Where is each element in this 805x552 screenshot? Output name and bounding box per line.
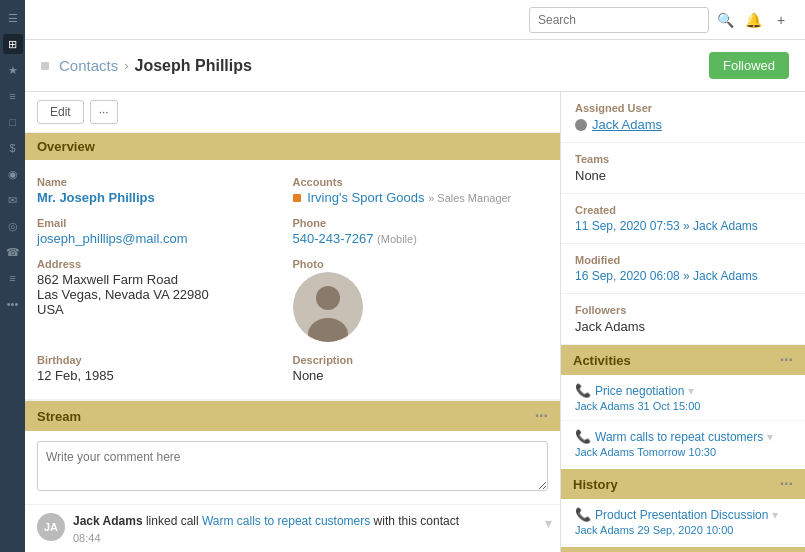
history-arrow-icon[interactable]: ▾ bbox=[772, 508, 778, 522]
tasks-header: Tasks + ··· bbox=[561, 547, 805, 552]
name-label: Name bbox=[37, 176, 293, 188]
sidebar-icon-lines[interactable]: ≡ bbox=[3, 268, 23, 288]
assigned-user-link[interactable]: Jack Adams bbox=[592, 117, 662, 132]
email-link[interactable]: joseph_phillips@mail.com bbox=[37, 231, 187, 246]
history-link[interactable]: Product Presentation Discussion bbox=[595, 508, 768, 522]
plus-icon[interactable]: + bbox=[769, 8, 793, 32]
stream-link[interactable]: Warm calls to repeat customers bbox=[202, 514, 370, 528]
sidebar-icon-target[interactable]: ◎ bbox=[3, 216, 23, 236]
stream-arrow-icon[interactable]: ▾ bbox=[545, 515, 552, 531]
address-label: Address bbox=[37, 258, 293, 270]
accounts-link[interactable]: Irving's Sport Goods bbox=[307, 190, 424, 205]
modified-block: Modified 16 Sep, 2020 06:08 » Jack Adams bbox=[561, 244, 805, 294]
breadcrumb-link[interactable]: Contacts bbox=[59, 57, 118, 74]
overview-title: Overview bbox=[37, 139, 95, 154]
name-field: Name Mr. Joseph Phillips bbox=[37, 170, 293, 211]
photo bbox=[293, 272, 363, 342]
sidebar: ☰ ⊞ ★ ≡ □ $ ◉ ✉ ◎ ☎ ≡ ••• bbox=[0, 0, 25, 552]
modified-by: » Jack Adams bbox=[683, 269, 758, 283]
activities-more-icon[interactable]: ··· bbox=[780, 351, 793, 369]
activity-title: 📞 Price negotiation ▾ bbox=[575, 383, 791, 398]
activity-meta: Jack Adams Tomorrow 10:30 bbox=[575, 446, 791, 458]
teams-block: Teams None bbox=[561, 143, 805, 194]
left-panel: Edit ··· Overview Name Mr. Joseph Philli… bbox=[25, 92, 560, 552]
stream-header: Stream ··· bbox=[25, 401, 560, 431]
phone-history-icon: 📞 bbox=[575, 507, 591, 522]
stream-more-icon[interactable]: ··· bbox=[535, 407, 548, 425]
activity-item: 📞 Warm calls to repeat customers ▾ Jack … bbox=[561, 421, 805, 467]
activities-title: Activities bbox=[573, 353, 631, 368]
activity-arrow-icon[interactable]: ▾ bbox=[767, 430, 773, 444]
modified-date: 16 Sep, 2020 06:08 » Jack Adams bbox=[575, 269, 791, 283]
sidebar-icon-dots[interactable]: ••• bbox=[3, 294, 23, 314]
history-title: History bbox=[573, 477, 618, 492]
activity-meta: Jack Adams 31 Oct 15:00 bbox=[575, 400, 791, 412]
tasks-section: Tasks + ··· bbox=[561, 547, 805, 552]
followers-value: Jack Adams bbox=[575, 319, 791, 334]
history-meta: Jack Adams 29 Sep, 2020 10:00 bbox=[575, 524, 791, 536]
accounts-sub: » Sales Manager bbox=[428, 192, 511, 204]
history-more-icon[interactable]: ··· bbox=[780, 475, 793, 493]
activity-user: Jack Adams bbox=[575, 446, 634, 458]
account-dot bbox=[293, 194, 301, 202]
assigned-user-block: Assigned User Jack Adams bbox=[561, 92, 805, 143]
svg-point-1 bbox=[316, 286, 340, 310]
bell-icon[interactable]: 🔔 bbox=[741, 8, 765, 32]
activity-arrow-icon[interactable]: ▾ bbox=[688, 384, 694, 398]
stream-section: Stream ··· JA Jack Adams linked call War… bbox=[25, 401, 560, 552]
user-dot-icon bbox=[575, 119, 587, 131]
breadcrumb-separator: › bbox=[124, 58, 128, 73]
sidebar-icon-list[interactable]: ≡ bbox=[3, 86, 23, 106]
modified-label: Modified bbox=[575, 254, 791, 266]
comment-input[interactable] bbox=[37, 441, 548, 491]
description-field: Description None bbox=[293, 348, 549, 389]
more-button[interactable]: ··· bbox=[90, 100, 118, 124]
content-area: Edit ··· Overview Name Mr. Joseph Philli… bbox=[25, 92, 805, 552]
sidebar-icon-star[interactable]: ★ bbox=[3, 60, 23, 80]
name-value: Mr. Joseph Phillips bbox=[37, 190, 293, 205]
followed-button[interactable]: Followed bbox=[709, 52, 789, 79]
address-value: 862 Maxwell Farm Road Las Vegas, Nevada … bbox=[37, 272, 293, 317]
history-section: History ··· 📞 Product Presentation Discu… bbox=[561, 469, 805, 545]
sidebar-icon-mail[interactable]: ✉ bbox=[3, 190, 23, 210]
email-field: Email joseph_phillips@mail.com bbox=[37, 211, 293, 252]
created-by: » Jack Adams bbox=[683, 219, 758, 233]
description-label: Description bbox=[293, 354, 549, 366]
sidebar-icon-menu[interactable]: ☰ bbox=[3, 8, 23, 28]
sidebar-icon-circle[interactable]: ◉ bbox=[3, 164, 23, 184]
sidebar-icon-dollar[interactable]: $ bbox=[3, 138, 23, 158]
edit-button[interactable]: Edit bbox=[37, 100, 84, 124]
modified-date-value: 16 Sep, 2020 06:08 bbox=[575, 269, 680, 283]
main-content: 🔍 🔔 + Contacts › Joseph Phillips Followe… bbox=[25, 0, 805, 552]
stream-suffix: with this contact bbox=[374, 514, 459, 528]
phone-link[interactable]: 540-243-7267 bbox=[293, 231, 374, 246]
topbar: 🔍 🔔 + bbox=[25, 0, 805, 40]
history-header: History ··· bbox=[561, 469, 805, 499]
sidebar-icon-box[interactable]: □ bbox=[3, 112, 23, 132]
address-line1: 862 Maxwell Farm Road bbox=[37, 272, 293, 287]
activities-section: Activities ··· 📞 Price negotiation ▾ Jac… bbox=[561, 345, 805, 467]
email-label: Email bbox=[37, 217, 293, 229]
accounts-label: Accounts bbox=[293, 176, 549, 188]
phone-label: Phone bbox=[293, 217, 549, 229]
birthday-value: 12 Feb, 1985 bbox=[37, 368, 293, 383]
phone-activity-icon: 📞 bbox=[575, 383, 591, 398]
phone-value: 540-243-7267 (Mobile) bbox=[293, 231, 549, 246]
created-by-link[interactable]: » Jack Adams bbox=[683, 219, 758, 233]
sidebar-icon-grid[interactable]: ⊞ bbox=[3, 34, 23, 54]
sidebar-icon-phone[interactable]: ☎ bbox=[3, 242, 23, 262]
activity-time-val: Tomorrow 10:30 bbox=[637, 446, 716, 458]
modified-by-link[interactable]: » Jack Adams bbox=[683, 269, 758, 283]
description-value: None bbox=[293, 368, 549, 383]
search-input[interactable] bbox=[529, 7, 709, 33]
history-item-title: 📞 Product Presentation Discussion ▾ bbox=[575, 507, 791, 522]
activity-link[interactable]: Price negotiation bbox=[595, 384, 684, 398]
stream-user: Jack Adams bbox=[73, 514, 143, 528]
teams-label: Teams bbox=[575, 153, 791, 165]
activity-link[interactable]: Warm calls to repeat customers bbox=[595, 430, 763, 444]
accounts-value: Irving's Sport Goods » Sales Manager bbox=[293, 190, 549, 205]
search-icon[interactable]: 🔍 bbox=[713, 8, 737, 32]
teams-value: None bbox=[575, 168, 791, 183]
address-line3: USA bbox=[37, 302, 293, 317]
breadcrumb-dot bbox=[41, 62, 49, 70]
